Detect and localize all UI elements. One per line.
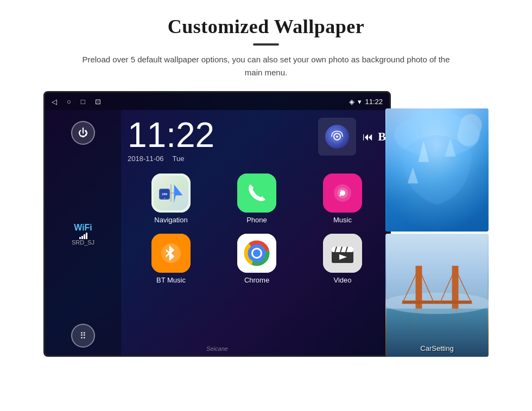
date-value: 2018-11-06 <box>128 155 164 163</box>
svg-rect-44 <box>402 300 472 304</box>
navigation-label: Navigation <box>154 216 187 224</box>
chrome-icon <box>237 234 276 273</box>
video-icon <box>323 234 362 273</box>
day-value: Tue <box>173 155 185 163</box>
bar3 <box>84 234 85 239</box>
left-sidebar: ⏻ WiFi SRD_SJ ⠿ <box>45 110 121 357</box>
page-description: Preload over 5 default wallpaper options… <box>81 53 451 79</box>
recents-nav-icon: □ <box>81 98 85 106</box>
cast-icon <box>325 125 349 149</box>
svg-point-2 <box>336 136 338 138</box>
ice-bg <box>385 108 489 232</box>
wifi-label: WiFi <box>74 223 92 233</box>
app-item-video[interactable]: Video <box>305 234 381 284</box>
home-nav-icon: ○ <box>67 98 71 106</box>
bridge-bg: CarSetting <box>385 234 489 357</box>
app-item-chrome[interactable]: Chrome <box>219 234 295 284</box>
title-divider <box>253 43 279 46</box>
status-bar-left: ◁ ○ □ ⊡ <box>52 98 101 106</box>
svg-point-26 <box>253 249 261 257</box>
navigation-icon: 280 I <box>151 174 191 213</box>
time-display: 11:22 <box>128 118 214 152</box>
signal-bars <box>79 233 87 239</box>
wifi-ssid: SRD_SJ <box>72 239 94 246</box>
time-widget: 11:22 2018-11-06 Tue <box>128 118 386 163</box>
app-item-phone[interactable]: Phone <box>219 174 295 224</box>
app-grid: 280 I Navigation <box>128 174 386 284</box>
bt-music-icon <box>151 234 191 273</box>
status-bar: ◁ ○ □ ⊡ ◈ ▾ 11:22 <box>45 93 389 110</box>
track-letter: B <box>378 130 386 144</box>
power-button[interactable]: ⏻ <box>71 121 95 145</box>
back-nav-icon: ◁ <box>52 98 57 106</box>
time-block: 11:22 2018-11-06 Tue <box>128 118 214 163</box>
phone-label: Phone <box>246 216 267 224</box>
chrome-label: Chrome <box>244 276 269 284</box>
svg-text:♪: ♪ <box>338 185 344 199</box>
media-icon-box <box>318 118 356 156</box>
skip-prev-icon[interactable]: ⏮ <box>363 131 373 143</box>
bt-music-label: BT Music <box>156 276 186 284</box>
media-widget: ⏮ B <box>318 118 386 156</box>
wallpaper-bottom: CarSetting <box>385 234 489 357</box>
music-label: Music <box>333 216 352 224</box>
location-icon: ◈ <box>349 98 354 106</box>
date-display: 2018-11-06 Tue <box>128 155 214 163</box>
media-controls: ⏮ B <box>363 118 386 156</box>
wallpaper-top <box>385 108 489 232</box>
page-container: Customized Wallpaper Preload over 5 defa… <box>0 0 532 411</box>
device-wrapper: ◁ ○ □ ⊡ ◈ ▾ 11:22 ⏻ WiFi <box>43 91 489 357</box>
wifi-status-icon: ▾ <box>358 98 362 106</box>
video-label: Video <box>333 276 351 284</box>
carsetting-label: CarSetting <box>385 344 489 352</box>
svg-text:280: 280 <box>162 192 168 196</box>
main-content: 11:22 2018-11-06 Tue <box>121 110 391 357</box>
app-item-bt-music[interactable]: BT Music <box>133 234 209 284</box>
screenshot-icon: ⊡ <box>95 98 101 106</box>
watermark: Seicane <box>206 345 228 352</box>
bar4 <box>86 233 87 239</box>
app-item-navigation[interactable]: 280 I Navigation <box>133 174 209 224</box>
status-time: 11:22 <box>365 98 383 106</box>
app-item-music[interactable]: ♪ Music <box>305 174 381 224</box>
page-title: Customized Wallpaper <box>168 15 364 38</box>
music-icon: ♪ <box>323 174 362 213</box>
phone-icon <box>237 174 276 213</box>
status-bar-right: ◈ ▾ 11:22 <box>349 98 383 106</box>
svg-rect-12 <box>237 174 276 213</box>
apps-grid-button[interactable]: ⠿ <box>71 324 95 348</box>
wifi-info: WiFi SRD_SJ <box>72 223 94 246</box>
android-screen: ◁ ○ □ ⊡ ◈ ▾ 11:22 ⏻ WiFi <box>43 91 391 357</box>
wallpaper-stack: CarSetting <box>385 108 489 357</box>
